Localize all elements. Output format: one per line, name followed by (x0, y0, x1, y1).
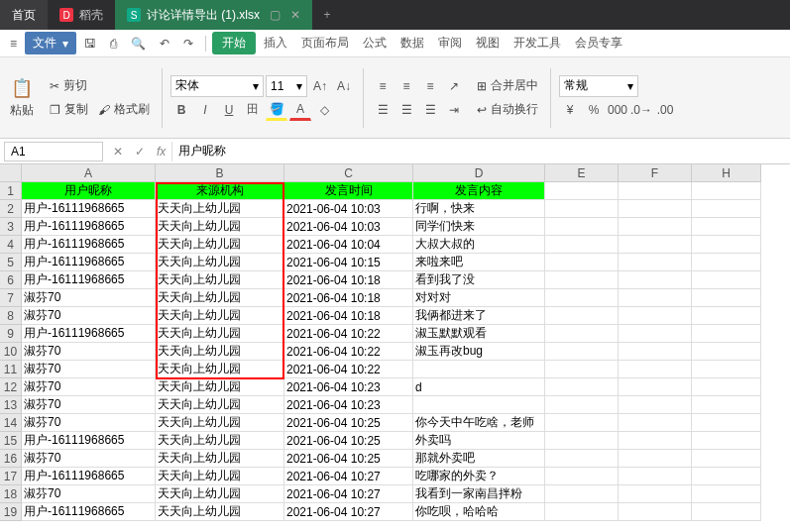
row-header[interactable]: 11 (0, 361, 22, 378)
wrap-text-button[interactable]: ↩自动换行 (473, 99, 542, 121)
close-icon[interactable]: ✕ (290, 8, 300, 22)
tab-daoke[interactable]: D 稻壳 (48, 0, 115, 30)
indent-button[interactable]: ⇥ (443, 99, 465, 121)
tab-file-active[interactable]: S 讨论详情导出 (1).xlsx ▢ ✕ (115, 0, 312, 30)
cell[interactable]: 同学们快来 (413, 218, 545, 236)
cell[interactable]: 2021-06-04 10:22 (284, 361, 413, 378)
cell[interactable] (619, 200, 692, 218)
col-header[interactable]: C (284, 164, 413, 182)
cell[interactable]: 天天向上幼儿园 (156, 325, 284, 343)
cell[interactable] (692, 468, 761, 485)
cell[interactable]: 用户-16111968665 (22, 236, 156, 254)
col-header[interactable]: D (413, 164, 545, 182)
fx-icon[interactable]: fx (151, 145, 171, 159)
increase-decimal-button[interactable]: .0→ (630, 99, 652, 121)
fx-confirm-icon[interactable]: ✓ (129, 145, 151, 159)
formula-input[interactable]: 用户昵称 (171, 142, 790, 161)
row-header[interactable]: 8 (0, 307, 22, 325)
row-header[interactable]: 12 (0, 378, 22, 396)
cell[interactable]: 大叔大叔的 (413, 236, 545, 254)
row-header[interactable]: 17 (0, 468, 22, 485)
cell[interactable]: 用户-16111968665 (22, 468, 156, 485)
cell[interactable]: 天天向上幼儿园 (156, 254, 284, 271)
col-header[interactable]: F (619, 164, 692, 182)
cell[interactable]: 天天向上幼儿园 (156, 361, 284, 378)
cell[interactable] (692, 343, 761, 361)
cell[interactable] (692, 485, 761, 503)
cell[interactable] (619, 396, 692, 414)
undo-icon[interactable]: ↶ (154, 34, 175, 53)
cell[interactable]: 对对对 (413, 289, 545, 307)
cell[interactable]: 发言内容 (413, 182, 545, 200)
col-header[interactable]: A (22, 164, 156, 182)
cell[interactable] (545, 414, 619, 432)
cell[interactable] (545, 218, 619, 236)
cell[interactable] (692, 432, 761, 450)
cell[interactable]: 天天向上幼儿园 (156, 378, 284, 396)
cell[interactable] (692, 414, 761, 432)
cell[interactable] (619, 271, 692, 289)
cell[interactable] (692, 307, 761, 325)
cell[interactable]: 行啊，快来 (413, 200, 545, 218)
row-header[interactable]: 6 (0, 271, 22, 289)
cell[interactable] (692, 325, 761, 343)
row-header[interactable]: 9 (0, 325, 22, 343)
clear-format-button[interactable]: ◇ (313, 99, 335, 121)
cell[interactable]: 2021-06-04 10:03 (284, 200, 413, 218)
tab-member[interactable]: 会员专享 (569, 32, 628, 54)
italic-button[interactable]: I (194, 99, 216, 121)
name-box[interactable]: A1 (4, 142, 103, 161)
tab-start[interactable]: 开始 (212, 32, 256, 54)
row-header[interactable]: 10 (0, 343, 22, 361)
cell[interactable]: 2021-06-04 10:23 (284, 396, 413, 414)
tab-review[interactable]: 审阅 (432, 32, 468, 54)
cell[interactable] (619, 503, 692, 521)
cell[interactable]: 天天向上幼儿园 (156, 200, 284, 218)
row-header[interactable]: 7 (0, 289, 22, 307)
tab-devtools[interactable]: 开发工具 (508, 32, 567, 54)
cell[interactable]: 我看到一家南昌拌粉 (413, 485, 545, 503)
file-menu[interactable]: 文件▾ (25, 32, 76, 54)
cell[interactable] (545, 307, 619, 325)
cell[interactable]: 那就外卖吧 (413, 450, 545, 468)
increase-font-button[interactable]: A↑ (309, 75, 331, 97)
cell[interactable] (692, 503, 761, 521)
cell[interactable] (545, 182, 619, 200)
cell[interactable] (692, 396, 761, 414)
row-header[interactable]: 5 (0, 254, 22, 271)
font-size-select[interactable]: 11▾ (266, 75, 307, 97)
row-header[interactable]: 18 (0, 485, 22, 503)
cell[interactable] (545, 289, 619, 307)
cell[interactable] (413, 361, 545, 378)
col-header[interactable]: B (156, 164, 284, 182)
cell[interactable] (545, 378, 619, 396)
cell[interactable]: 2021-06-04 10:25 (284, 414, 413, 432)
select-all-corner[interactable] (0, 164, 22, 182)
cell[interactable]: 外卖吗 (413, 432, 545, 450)
row-header[interactable]: 3 (0, 218, 22, 236)
grid-body[interactable]: 用户昵称来源机构发言时间发言内容用户-16111968665天天向上幼儿园202… (22, 182, 761, 521)
tab-view[interactable]: 视图 (470, 32, 506, 54)
cell[interactable] (692, 378, 761, 396)
cell[interactable] (619, 432, 692, 450)
save-icon[interactable]: 🖫 (78, 34, 102, 53)
app-menu-icon[interactable]: ≡ (4, 34, 23, 53)
cell[interactable] (545, 468, 619, 485)
row-header[interactable]: 19 (0, 503, 22, 521)
redo-icon[interactable]: ↷ (177, 34, 199, 53)
cell[interactable]: 天天向上幼儿园 (156, 218, 284, 236)
underline-button[interactable]: U (218, 99, 240, 121)
cell[interactable]: 淑芬70 (22, 361, 156, 378)
cell[interactable] (619, 254, 692, 271)
col-header[interactable]: H (692, 164, 761, 182)
align-left-button[interactable]: ☰ (372, 99, 394, 121)
cell[interactable]: 我俩都进来了 (413, 307, 545, 325)
cell[interactable]: 用户昵称 (22, 182, 156, 200)
align-center-button[interactable]: ☰ (395, 99, 417, 121)
cell[interactable]: 淑芬70 (22, 378, 156, 396)
cell[interactable] (619, 361, 692, 378)
cell[interactable]: 2021-06-04 10:04 (284, 236, 413, 254)
cell[interactable]: d (413, 378, 545, 396)
cell[interactable] (692, 361, 761, 378)
tab-home[interactable]: 首页 (0, 0, 48, 30)
